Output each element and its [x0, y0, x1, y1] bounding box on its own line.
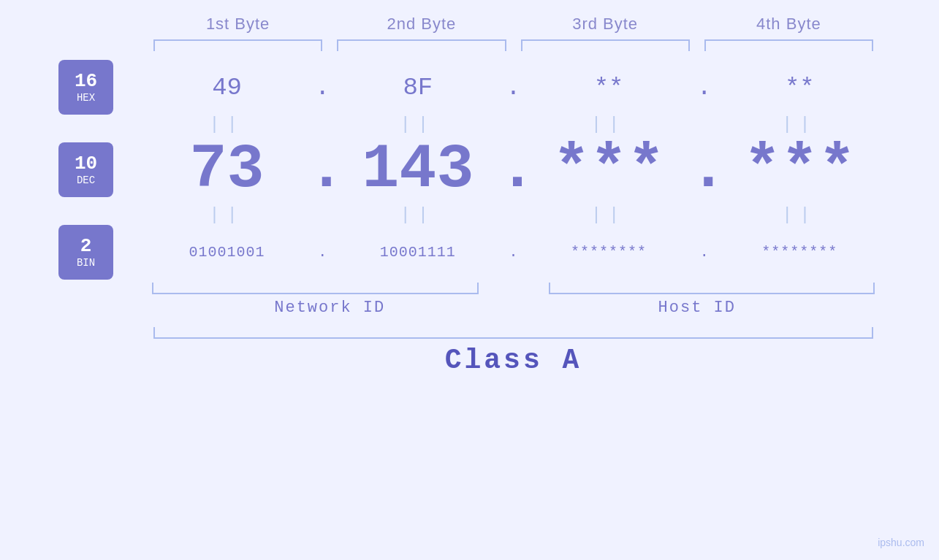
id-labels-row: Network ID Host ID	[58, 299, 881, 317]
hex-b2: 8F	[337, 74, 498, 101]
bin-b2: 10001111	[337, 244, 498, 261]
bracket-byte3	[521, 39, 690, 51]
dec-values: 73 . 143 . *** . ***	[146, 134, 881, 205]
dec-badge-label: DEC	[77, 174, 95, 186]
sep1-b3: ||	[528, 115, 690, 134]
dec-row: 10 DEC 73 . 143 . *** . ***	[58, 134, 881, 205]
byte2-header: 2nd Byte	[330, 15, 513, 34]
hex-badge-label: HEX	[77, 92, 95, 104]
sep2-row: || || || ||	[58, 205, 881, 225]
dot-bin-2: .	[499, 244, 528, 261]
watermark: ipshu.com	[878, 537, 924, 548]
top-brackets	[58, 39, 881, 51]
dot-dec-1: .	[308, 134, 337, 205]
main-container: 1st Byte 2nd Byte 3rd Byte 4th Byte 16 H…	[0, 0, 939, 560]
sep1-b1: ||	[146, 115, 308, 134]
dec-badge: 10 DEC	[58, 142, 113, 197]
sep1-b2: ||	[337, 115, 498, 134]
bracket-byte1	[153, 39, 322, 51]
dot-dec-2: .	[499, 134, 528, 205]
class-bracket-row	[58, 327, 881, 339]
dec-badge-wrapper: 10 DEC	[58, 142, 146, 197]
hex-badge-wrapper: 16 HEX	[58, 60, 146, 115]
bottom-brackets-row	[58, 283, 881, 294]
hex-badge: 16 HEX	[58, 60, 113, 115]
network-bracket	[152, 283, 479, 294]
bin-row: 2 BIN 01001001 . 10001111 . ******** . *…	[58, 225, 881, 280]
class-label: Class A	[445, 345, 582, 376]
dot-bin-1: .	[308, 244, 337, 261]
dot-hex-2: .	[499, 74, 528, 101]
bin-values: 01001001 . 10001111 . ******** . *******…	[146, 244, 881, 261]
hex-row: 16 HEX 49 . 8F . ** . **	[58, 60, 881, 115]
bracket-byte2	[337, 39, 506, 51]
class-bracket	[153, 327, 873, 339]
bin-badge-num: 2	[80, 236, 92, 257]
class-label-row: Class A	[58, 345, 881, 376]
hex-badge-num: 16	[75, 71, 97, 92]
network-id-label: Network ID	[146, 299, 514, 317]
dot-dec-3: .	[690, 134, 719, 205]
dec-b2: 143	[337, 139, 498, 201]
dot-bin-3: .	[690, 244, 719, 261]
sep2-b4: ||	[719, 205, 881, 225]
bin-b4: ********	[719, 244, 881, 261]
bin-b1: 01001001	[146, 244, 308, 261]
bracket-byte4	[704, 39, 873, 51]
dec-b3: ***	[528, 139, 690, 201]
sep1-b4: ||	[719, 115, 881, 134]
hex-b4: **	[719, 74, 881, 101]
host-bracket-container	[514, 283, 881, 294]
host-bracket	[549, 283, 875, 294]
byte1-header: 1st Byte	[146, 15, 330, 34]
bin-badge-label: BIN	[77, 257, 95, 269]
byte-headers: 1st Byte 2nd Byte 3rd Byte 4th Byte	[58, 15, 881, 34]
sep2-values: || || || ||	[146, 205, 881, 225]
hex-b3: **	[528, 74, 690, 101]
dot-hex-1: .	[308, 74, 337, 101]
dec-b1: 73	[146, 139, 308, 201]
bin-b3: ********	[528, 244, 690, 261]
bin-badge: 2 BIN	[58, 225, 113, 280]
sep2-b3: ||	[528, 205, 690, 225]
hex-b1: 49	[146, 74, 308, 101]
sep2-b1: ||	[146, 205, 308, 225]
dec-badge-num: 10	[75, 153, 97, 174]
sep2-b2: ||	[337, 205, 498, 225]
dot-hex-3: .	[690, 74, 719, 101]
host-id-label: Host ID	[514, 299, 881, 317]
byte4-header: 4th Byte	[697, 15, 881, 34]
sep1-values: || || || ||	[146, 115, 881, 134]
byte3-header: 3rd Byte	[514, 15, 697, 34]
hex-values: 49 . 8F . ** . **	[146, 74, 881, 101]
sep1-row: || || || ||	[58, 115, 881, 134]
bin-badge-wrapper: 2 BIN	[58, 225, 146, 280]
network-bracket-container	[146, 283, 514, 294]
dec-b4: ***	[719, 139, 881, 201]
